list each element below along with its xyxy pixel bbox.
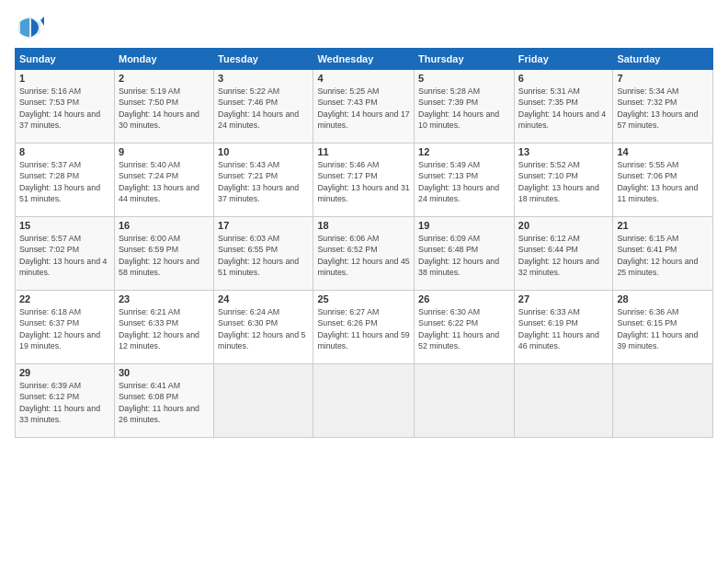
day-info: Sunrise: 5:25 AMSunset: 7:43 PMDaylight:… (317, 86, 410, 131)
calendar-cell: 5 Sunrise: 5:28 AMSunset: 7:39 PMDayligh… (415, 70, 515, 144)
day-info: Sunrise: 5:49 AMSunset: 7:13 PMDaylight:… (418, 159, 510, 204)
calendar-cell: 2 Sunrise: 5:19 AMSunset: 7:50 PMDayligh… (114, 70, 213, 144)
day-info: Sunrise: 6:12 AMSunset: 6:44 PMDaylight:… (518, 233, 609, 278)
calendar-week-3: 22 Sunrise: 6:18 AMSunset: 6:37 PMDaylig… (16, 291, 713, 364)
day-number: 24 (218, 293, 309, 304)
day-info: Sunrise: 6:21 AMSunset: 6:33 PMDaylight:… (119, 306, 210, 351)
day-number: 22 (19, 293, 110, 304)
calendar-cell: 12 Sunrise: 5:49 AMSunset: 7:13 PMDaylig… (415, 144, 515, 217)
day-info: Sunrise: 5:34 AMSunset: 7:32 PMDaylight:… (617, 86, 709, 131)
day-info: Sunrise: 6:27 AMSunset: 6:26 PMDaylight:… (317, 306, 410, 351)
day-number: 20 (518, 220, 609, 231)
day-info: Sunrise: 6:09 AMSunset: 6:48 PMDaylight:… (418, 233, 510, 278)
calendar-cell: 7 Sunrise: 5:34 AMSunset: 7:32 PMDayligh… (613, 70, 713, 144)
day-info: Sunrise: 6:00 AMSunset: 6:59 PMDaylight:… (119, 233, 210, 278)
day-number: 10 (218, 146, 309, 157)
day-info: Sunrise: 5:37 AMSunset: 7:28 PMDaylight:… (19, 159, 110, 204)
day-info: Sunrise: 6:24 AMSunset: 6:30 PMDaylight:… (218, 306, 309, 351)
day-info: Sunrise: 6:06 AMSunset: 6:52 PMDaylight:… (317, 233, 410, 278)
day-info: Sunrise: 6:36 AMSunset: 6:15 PMDaylight:… (617, 306, 709, 351)
calendar-cell: 26 Sunrise: 6:30 AMSunset: 6:22 PMDaylig… (415, 291, 515, 364)
header-day-saturday: Saturday (613, 49, 713, 70)
day-info: Sunrise: 5:40 AMSunset: 7:24 PMDaylight:… (119, 159, 210, 204)
day-info: Sunrise: 5:43 AMSunset: 7:21 PMDaylight:… (218, 159, 309, 204)
calendar-cell: 17 Sunrise: 6:03 AMSunset: 6:55 PMDaylig… (214, 217, 313, 291)
calendar-cell (613, 364, 713, 438)
calendar-cell: 30 Sunrise: 6:41 AMSunset: 6:08 PMDaylig… (114, 364, 213, 438)
day-number: 23 (119, 293, 210, 304)
day-info: Sunrise: 6:39 AMSunset: 6:12 PMDaylight:… (19, 380, 110, 425)
day-info: Sunrise: 6:30 AMSunset: 6:22 PMDaylight:… (418, 306, 510, 351)
calendar-cell: 10 Sunrise: 5:43 AMSunset: 7:21 PMDaylig… (214, 144, 313, 217)
day-number: 15 (19, 220, 110, 231)
day-number: 28 (617, 293, 709, 304)
calendar-cell: 18 Sunrise: 6:06 AMSunset: 6:52 PMDaylig… (313, 217, 415, 291)
calendar-cell: 29 Sunrise: 6:39 AMSunset: 6:12 PMDaylig… (16, 364, 115, 438)
calendar-cell: 11 Sunrise: 5:46 AMSunset: 7:17 PMDaylig… (313, 144, 415, 217)
calendar-cell: 6 Sunrise: 5:31 AMSunset: 7:35 PMDayligh… (514, 70, 613, 144)
day-info: Sunrise: 6:18 AMSunset: 6:37 PMDaylight:… (19, 306, 110, 351)
calendar-cell: 3 Sunrise: 5:22 AMSunset: 7:46 PMDayligh… (214, 70, 313, 144)
header-day-tuesday: Tuesday (214, 49, 313, 70)
day-number: 5 (418, 73, 510, 84)
calendar-cell: 20 Sunrise: 6:12 AMSunset: 6:44 PMDaylig… (514, 217, 613, 291)
calendar-cell: 23 Sunrise: 6:21 AMSunset: 6:33 PMDaylig… (114, 291, 213, 364)
day-number: 26 (418, 293, 510, 304)
calendar-week-0: 1 Sunrise: 5:16 AMSunset: 7:53 PMDayligh… (16, 70, 713, 144)
day-info: Sunrise: 6:41 AMSunset: 6:08 PMDaylight:… (119, 380, 210, 425)
day-number: 19 (418, 220, 510, 231)
day-number: 12 (418, 146, 510, 157)
calendar-cell: 19 Sunrise: 6:09 AMSunset: 6:48 PMDaylig… (415, 217, 515, 291)
day-info: Sunrise: 6:03 AMSunset: 6:55 PMDaylight:… (218, 233, 309, 278)
header (15, 9, 713, 42)
day-number: 30 (119, 367, 210, 378)
day-info: Sunrise: 5:28 AMSunset: 7:39 PMDaylight:… (418, 86, 510, 131)
calendar-cell: 14 Sunrise: 5:55 AMSunset: 7:06 PMDaylig… (613, 144, 713, 217)
day-number: 2 (119, 73, 210, 84)
day-number: 29 (19, 367, 110, 378)
day-number: 4 (317, 73, 410, 84)
day-info: Sunrise: 6:33 AMSunset: 6:19 PMDaylight:… (518, 306, 609, 351)
calendar-cell: 22 Sunrise: 6:18 AMSunset: 6:37 PMDaylig… (16, 291, 115, 364)
header-day-wednesday: Wednesday (313, 49, 415, 70)
calendar-cell: 28 Sunrise: 6:36 AMSunset: 6:15 PMDaylig… (613, 291, 713, 364)
day-info: Sunrise: 5:31 AMSunset: 7:35 PMDaylight:… (518, 86, 609, 131)
calendar-cell: 27 Sunrise: 6:33 AMSunset: 6:19 PMDaylig… (514, 291, 613, 364)
day-number: 17 (218, 220, 309, 231)
day-number: 9 (119, 146, 210, 157)
calendar-cell: 24 Sunrise: 6:24 AMSunset: 6:30 PMDaylig… (214, 291, 313, 364)
calendar-cell: 9 Sunrise: 5:40 AMSunset: 7:24 PMDayligh… (114, 144, 213, 217)
day-info: Sunrise: 5:22 AMSunset: 7:46 PMDaylight:… (218, 86, 309, 131)
day-number: 13 (518, 146, 609, 157)
day-number: 11 (317, 146, 410, 157)
day-info: Sunrise: 5:57 AMSunset: 7:02 PMDaylight:… (19, 233, 110, 278)
day-info: Sunrise: 5:52 AMSunset: 7:10 PMDaylight:… (518, 159, 609, 204)
day-number: 25 (317, 293, 410, 304)
calendar-week-4: 29 Sunrise: 6:39 AMSunset: 6:12 PMDaylig… (16, 364, 713, 438)
day-number: 6 (518, 73, 609, 84)
header-day-monday: Monday (114, 49, 213, 70)
day-info: Sunrise: 5:55 AMSunset: 7:06 PMDaylight:… (617, 159, 709, 204)
calendar-cell: 13 Sunrise: 5:52 AMSunset: 7:10 PMDaylig… (514, 144, 613, 217)
calendar-cell (514, 364, 613, 438)
day-number: 16 (119, 220, 210, 231)
calendar-week-1: 8 Sunrise: 5:37 AMSunset: 7:28 PMDayligh… (16, 144, 713, 217)
calendar-cell (214, 364, 313, 438)
header-day-friday: Friday (514, 49, 613, 70)
header-row: SundayMondayTuesdayWednesdayThursdayFrid… (16, 49, 713, 70)
day-number: 14 (617, 146, 709, 157)
logo (15, 13, 46, 42)
day-number: 3 (218, 73, 309, 84)
calendar-cell: 25 Sunrise: 6:27 AMSunset: 6:26 PMDaylig… (313, 291, 415, 364)
day-number: 21 (617, 220, 709, 231)
calendar-cell: 16 Sunrise: 6:00 AMSunset: 6:59 PMDaylig… (114, 217, 213, 291)
header-day-thursday: Thursday (415, 49, 515, 70)
logo-icon (15, 13, 44, 42)
day-number: 8 (19, 146, 110, 157)
day-number: 18 (317, 220, 410, 231)
calendar-cell: 1 Sunrise: 5:16 AMSunset: 7:53 PMDayligh… (16, 70, 115, 144)
calendar-table: SundayMondayTuesdayWednesdayThursdayFrid… (15, 48, 713, 438)
calendar-cell (313, 364, 415, 438)
calendar-week-2: 15 Sunrise: 5:57 AMSunset: 7:02 PMDaylig… (16, 217, 713, 291)
day-info: Sunrise: 6:15 AMSunset: 6:41 PMDaylight:… (617, 233, 709, 278)
